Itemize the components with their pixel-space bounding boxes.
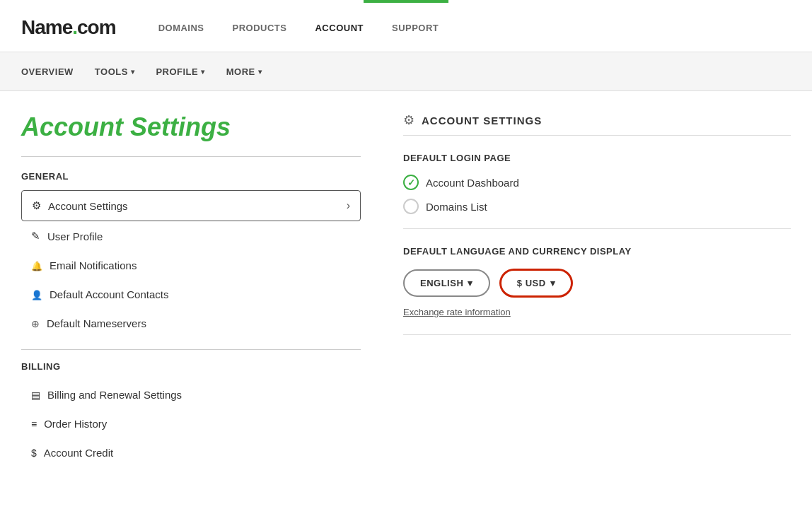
subnav-profile[interactable]: PROFILE ▾ <box>156 66 204 77</box>
sidebar-item-default-account-contacts[interactable]: Default Account Contacts <box>21 280 361 309</box>
top-navigation: Name.com DOMAINS PRODUCTS ACCOUNT SUPPOR… <box>0 3 812 52</box>
right-bottom-divider <box>403 334 791 335</box>
radio-unchecked-icon <box>403 199 419 214</box>
domains-list-label: Domains List <box>426 201 487 213</box>
currency-section-label: DEFAULT LANGUAGE AND CURRENCY DISPLAY <box>403 246 791 257</box>
history-icon <box>31 418 37 430</box>
sidebar-item-billing-renewal[interactable]: Billing and Renewal Settings <box>21 380 361 409</box>
right-panel: ⚙ ACCOUNT SETTINGS DEFAULT LOGIN PAGE Ac… <box>403 112 791 467</box>
nameserver-icon <box>31 317 40 329</box>
credit-icon <box>31 447 37 459</box>
nav-item-domains[interactable]: DOMAINS <box>158 21 204 34</box>
sidebar-item-account-credit[interactable]: Account Credit <box>21 438 361 467</box>
chevron-right-icon: › <box>347 199 350 212</box>
sidebar: Account Settings GENERAL Account Setting… <box>21 112 361 467</box>
radio-checked-icon <box>403 175 419 190</box>
account-dashboard-label: Account Dashboard <box>426 177 519 189</box>
sidebar-billing-divider <box>21 349 361 350</box>
logo[interactable]: Name.com <box>21 16 116 39</box>
chevron-down-icon: ▾ <box>468 278 473 288</box>
chevron-down-icon: ▾ <box>201 68 205 76</box>
sidebar-item-account-settings[interactable]: Account Settings › <box>21 190 361 221</box>
sidebar-title: Account Settings <box>21 112 361 142</box>
sidebar-item-email-notifications[interactable]: Email Notifications <box>21 251 361 280</box>
person-icon <box>31 288 42 300</box>
billing-section-label: BILLING <box>21 361 361 372</box>
right-panel-title: ACCOUNT SETTINGS <box>422 115 542 127</box>
exchange-rate-link[interactable]: Exchange rate information <box>403 307 791 317</box>
sidebar-item-order-history[interactable]: Order History <box>21 409 361 438</box>
language-button[interactable]: ENGLISH ▾ <box>403 269 490 297</box>
right-middle-divider <box>403 228 791 229</box>
currency-button[interactable]: $ USD ▾ <box>500 269 572 297</box>
billing-icon <box>31 389 40 401</box>
subnav-more[interactable]: MORE ▾ <box>226 66 262 77</box>
sidebar-item-default-nameservers[interactable]: Default Nameservers <box>21 309 361 338</box>
right-top-divider <box>403 135 791 136</box>
nav-item-products[interactable]: PRODUCTS <box>233 21 287 34</box>
general-section-label: GENERAL <box>21 171 361 182</box>
nav-item-account[interactable]: ACCOUNT <box>315 21 364 34</box>
bell-icon <box>31 259 42 271</box>
default-login-label: DEFAULT LOGIN PAGE <box>403 153 791 163</box>
currency-row: ENGLISH ▾ $ USD ▾ <box>403 269 791 297</box>
sidebar-item-user-profile[interactable]: User Profile <box>21 221 361 251</box>
login-option-domains-list[interactable]: Domains List <box>403 199 791 214</box>
main-nav-list: DOMAINS PRODUCTS ACCOUNT SUPPORT <box>158 21 791 34</box>
sidebar-top-divider <box>21 156 361 157</box>
gear-icon <box>32 199 41 212</box>
panel-gear-icon: ⚙ <box>403 112 414 128</box>
chevron-down-icon: ▾ <box>131 68 135 76</box>
edit-icon <box>31 230 40 242</box>
main-content: Account Settings GENERAL Account Setting… <box>0 91 812 488</box>
sub-navigation: OVERVIEW TOOLS ▾ PROFILE ▾ MORE ▾ <box>0 52 812 91</box>
subnav-tools[interactable]: TOOLS ▾ <box>95 66 135 77</box>
login-option-account-dashboard[interactable]: Account Dashboard <box>403 175 791 190</box>
logo-name: Name <box>21 16 72 38</box>
chevron-down-icon: ▾ <box>550 278 556 288</box>
logo-com: com <box>77 16 116 38</box>
chevron-down-icon: ▾ <box>258 68 262 76</box>
nav-item-support[interactable]: SUPPORT <box>392 21 439 34</box>
right-panel-header: ⚙ ACCOUNT SETTINGS <box>403 112 791 128</box>
subnav-overview[interactable]: OVERVIEW <box>21 66 74 77</box>
